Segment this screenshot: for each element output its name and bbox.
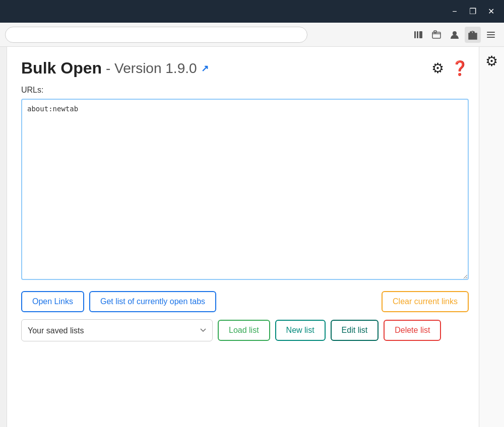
right-sidebar: ⚙: [479, 47, 504, 427]
load-list-button[interactable]: Load list: [218, 320, 270, 341]
open-links-button[interactable]: Open Links: [21, 291, 84, 312]
extensions-icon-button[interactable]: [465, 27, 481, 43]
svg-point-5: [453, 31, 457, 35]
svg-rect-1: [417, 31, 418, 38]
popup-header-icons: ⚙ ❓: [428, 59, 469, 78]
new-list-button[interactable]: New list: [275, 320, 326, 341]
clear-links-button[interactable]: Clear current links: [382, 291, 469, 312]
minimize-button[interactable]: −: [447, 4, 463, 20]
edit-list-button[interactable]: Edit list: [331, 320, 379, 341]
buttons-row-1: Open Links Get list of currently open ta…: [21, 291, 469, 312]
urls-label: URLs:: [21, 86, 469, 95]
maximize-button[interactable]: ❐: [465, 4, 481, 20]
svg-rect-4: [434, 31, 436, 33]
popup-title: Bulk Open - Version 1.9.0 ↗: [21, 59, 209, 78]
delete-list-button[interactable]: Delete list: [384, 320, 441, 341]
menu-icon-button[interactable]: [483, 27, 499, 43]
popup-header: Bulk Open - Version 1.9.0 ↗ ⚙ ❓: [21, 59, 469, 78]
sidebar-gear-button[interactable]: ⚙: [483, 52, 501, 70]
toolbar-icons: [410, 27, 499, 43]
tab-icon-button[interactable]: [428, 27, 445, 43]
svg-rect-9: [487, 37, 495, 38]
close-button[interactable]: ✕: [483, 4, 499, 20]
help-button[interactable]: ❓: [451, 59, 469, 78]
svg-rect-6: [469, 33, 477, 39]
version-text: - Version 1.9.0: [106, 60, 197, 77]
main-content: Bulk Open - Version 1.9.0 ↗ ⚙ ❓ URLs: <s…: [0, 47, 504, 427]
get-tabs-list-button[interactable]: Get list of currently open tabs: [89, 291, 216, 312]
left-panel: [0, 47, 7, 427]
svg-rect-7: [487, 32, 495, 33]
svg-rect-2: [419, 31, 422, 38]
saved-lists-select[interactable]: Your saved lists: [21, 319, 213, 341]
browser-toolbar: [0, 23, 504, 47]
external-link-icon[interactable]: ↗: [201, 63, 209, 74]
library-icon-button[interactable]: [410, 27, 426, 43]
lists-row: Your saved lists Load list New list Edit…: [21, 319, 469, 341]
app-name: Bulk Open: [21, 59, 102, 78]
svg-rect-0: [414, 31, 416, 38]
title-bar: − ❐ ✕: [0, 0, 504, 23]
account-icon-button[interactable]: [447, 27, 463, 43]
address-bar[interactable]: [5, 27, 307, 43]
urls-textarea[interactable]: <span class="selected-text">about:newtab…: [21, 99, 469, 280]
svg-rect-3: [432, 32, 440, 38]
popup: Bulk Open - Version 1.9.0 ↗ ⚙ ❓ URLs: <s…: [7, 47, 479, 427]
settings-button[interactable]: ⚙: [428, 59, 447, 78]
svg-rect-8: [487, 34, 495, 35]
